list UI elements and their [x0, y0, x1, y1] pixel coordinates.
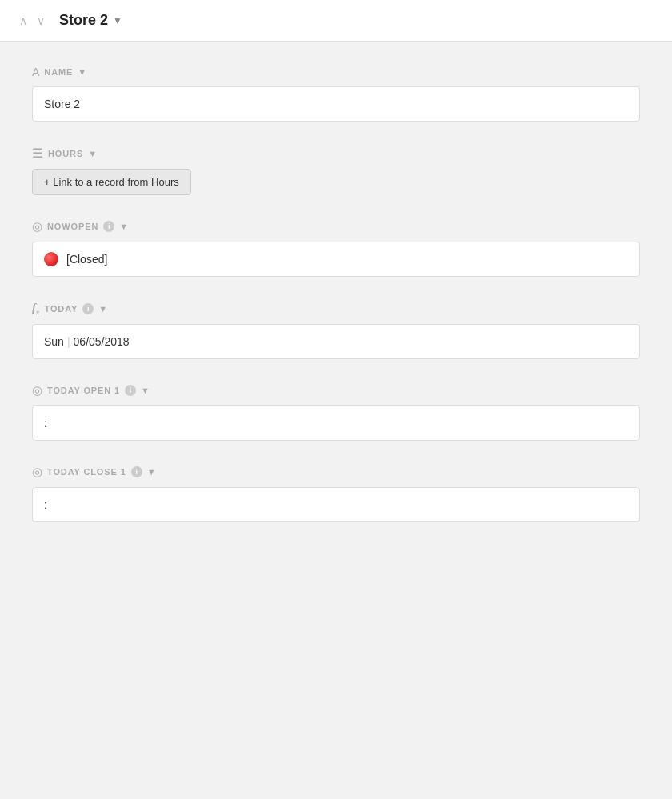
today-open1-label: TODAY OPEN 1	[47, 386, 120, 395]
closed-indicator-dot	[44, 252, 58, 266]
today-label: TODAY	[45, 304, 78, 314]
today-open1-info-icon[interactable]: i	[125, 385, 136, 396]
field-today-close1-section: ◎ TODAY CLOSE 1 i ▼ :	[32, 465, 640, 522]
record-title-text: Store 2	[59, 12, 108, 29]
today-close1-icon: ◎	[32, 465, 42, 479]
today-day-value: Sun	[44, 335, 64, 348]
field-today-close1-label-row: ◎ TODAY CLOSE 1 i ▼	[32, 465, 640, 479]
field-today-section: fx TODAY i ▼ Sun | 06/05/2018	[32, 301, 640, 359]
link-button-label: + Link to a record from Hours	[44, 176, 179, 188]
nowopen-info-icon[interactable]: i	[103, 221, 114, 232]
nowopen-value-text: [Closed]	[66, 253, 107, 266]
today-value-box: Sun | 06/05/2018	[32, 324, 640, 359]
field-nowopen-section: ◎ NOWOPEN i ▼ [Closed]	[32, 219, 640, 277]
today-date-value: 06/05/2018	[74, 335, 130, 348]
name-dropdown-arrow[interactable]: ▼	[78, 67, 86, 77]
name-icon: A	[32, 66, 39, 78]
field-today-label-row: fx TODAY i ▼	[32, 301, 640, 316]
field-name-label-row: A NAME ▼	[32, 66, 640, 78]
nav-up-button[interactable]: ∧	[16, 13, 30, 29]
field-today-open1-label-row: ◎ TODAY OPEN 1 i ▼	[32, 383, 640, 398]
hours-label: HOURS	[48, 149, 83, 158]
hours-icon: ☰	[32, 146, 43, 161]
name-value: Store 2	[44, 98, 80, 110]
content-area: A NAME ▼ Store 2 ☰ HOURS ▼ + Link to a r…	[0, 42, 672, 570]
field-hours-label-row: ☰ HOURS ▼	[32, 146, 640, 161]
nowopen-value-inner: [Closed]	[44, 252, 107, 266]
today-dropdown-arrow[interactable]: ▼	[98, 304, 107, 314]
today-open1-dropdown-arrow[interactable]: ▼	[141, 386, 150, 395]
today-info-icon[interactable]: i	[82, 303, 94, 314]
nav-arrows: ∧ ∨	[16, 13, 48, 29]
field-hours-section: ☰ HOURS ▼ + Link to a record from Hours	[32, 146, 640, 195]
hours-dropdown-arrow[interactable]: ▼	[88, 149, 97, 158]
link-to-record-button[interactable]: + Link to a record from Hours	[32, 169, 191, 195]
today-close1-info-icon[interactable]: i	[131, 466, 142, 477]
field-nowopen-label-row: ◎ NOWOPEN i ▼	[32, 219, 640, 234]
today-close1-value: :	[44, 498, 47, 511]
nav-down-button[interactable]: ∨	[34, 13, 48, 29]
today-open1-icon: ◎	[32, 383, 42, 398]
record-title: Store 2 ▼	[59, 12, 122, 29]
top-bar: ∧ ∨ Store 2 ▼	[0, 0, 672, 42]
nowopen-label: NOWOPEN	[47, 222, 98, 231]
today-separator: |	[67, 335, 70, 348]
name-label: NAME	[44, 67, 73, 77]
today-open1-value-box: :	[32, 405, 640, 441]
today-close1-dropdown-arrow[interactable]: ▼	[147, 467, 156, 477]
today-close1-value-box: :	[32, 487, 640, 522]
field-name-section: A NAME ▼ Store 2	[32, 66, 640, 122]
name-input[interactable]: Store 2	[32, 86, 640, 122]
record-title-dropdown[interactable]: ▼	[113, 15, 122, 26]
nowopen-icon: ◎	[32, 219, 42, 234]
nowopen-dropdown-arrow[interactable]: ▼	[119, 222, 128, 231]
nowopen-value-box: [Closed]	[32, 242, 640, 277]
today-close1-label: TODAY CLOSE 1	[47, 467, 126, 477]
today-formula-icon: fx	[32, 301, 40, 316]
field-today-open1-section: ◎ TODAY OPEN 1 i ▼ :	[32, 383, 640, 441]
today-open1-value: :	[44, 417, 47, 429]
